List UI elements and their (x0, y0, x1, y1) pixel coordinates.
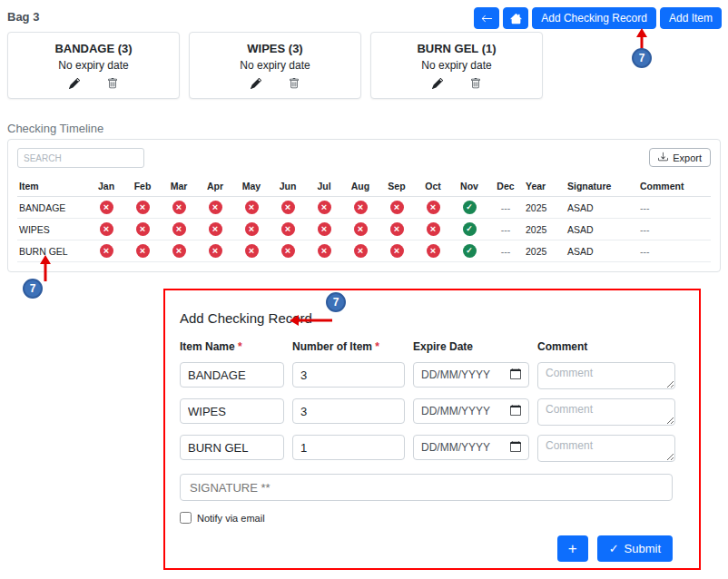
item-quantity-input[interactable] (292, 362, 405, 388)
month-status-icon (318, 222, 331, 236)
col-signature: Signature (566, 176, 638, 197)
add-checking-record-form: Add Checking Record Item Name * Number o… (163, 289, 701, 570)
timeline-table: Item Jan Feb Mar Apr May Jun Jul Aug Sep… (17, 176, 711, 262)
dec-cell: --- (487, 219, 524, 240)
col-aug: Aug (342, 176, 379, 197)
comment-cell: --- (638, 240, 711, 262)
expire-date-input[interactable]: DD/MM/YYYY (413, 435, 529, 460)
month-status-icon (172, 222, 186, 236)
annotation-arrow-left-form-title (289, 313, 332, 328)
item-cards: BANDAGE (3) No expiry date WIPES (3) No … (7, 32, 543, 99)
signature-cell: ASAD (566, 240, 638, 262)
month-status-icon (245, 244, 259, 258)
submit-button[interactable]: ✓ Submit (597, 535, 673, 562)
calendar-icon (510, 405, 521, 418)
col-item: Item (17, 176, 88, 197)
annotation-badge-7-toolbar: 7 (632, 48, 652, 68)
header-expire-date: Expire Date (413, 340, 529, 353)
month-status-icon (427, 244, 440, 258)
month-status-icon (209, 201, 222, 214)
month-status-icon (318, 244, 331, 258)
annotation-badge-7-table: 7 (23, 279, 43, 299)
item-quantity-input[interactable] (292, 435, 405, 460)
delete-trash-icon[interactable] (107, 78, 118, 89)
toolbar: Add Checking Record Add Item (474, 7, 722, 29)
export-label: Export (673, 152, 702, 163)
month-status-icon (245, 201, 259, 214)
item-quantity-input[interactable] (292, 398, 405, 424)
header-number-of-item: Number of Item * (292, 340, 405, 353)
item-name-input[interactable] (180, 362, 284, 388)
col-oct: Oct (415, 176, 451, 197)
year-cell: 2025 (524, 240, 566, 262)
month-status-icon (463, 201, 477, 214)
add-row-button[interactable]: + (557, 535, 588, 562)
item-card-title: BURN GEL (1) (371, 42, 542, 55)
col-apr: Apr (197, 176, 233, 197)
expire-date-input[interactable]: DD/MM/YYYY (413, 362, 529, 388)
month-status-icon (172, 244, 186, 258)
item-name-input[interactable] (180, 398, 284, 424)
col-year: Year (524, 176, 566, 197)
edit-pencil-icon[interactable] (432, 78, 443, 89)
month-status-icon (281, 244, 295, 258)
delete-trash-icon[interactable] (470, 78, 481, 89)
month-status-icon (427, 201, 440, 214)
table-row: BURN GEL --- 2025 ASAD --- (17, 240, 711, 262)
calendar-icon (510, 368, 521, 382)
download-icon (658, 152, 668, 163)
col-mar: Mar (161, 176, 197, 197)
comment-textarea[interactable] (537, 398, 675, 426)
notify-email-checkbox[interactable] (180, 512, 192, 524)
month-status-icon (318, 201, 331, 214)
annotation-arrow-up-toolbar (635, 27, 649, 49)
month-status-icon (427, 222, 440, 236)
checking-timeline-panel: Export Item Jan Feb Mar Apr May Jun Jul … (7, 139, 721, 272)
item-card-title: BANDAGE (3) (8, 42, 179, 55)
month-status-icon (136, 244, 150, 258)
edit-pencil-icon[interactable] (251, 78, 261, 89)
month-status-icon (390, 244, 404, 258)
arrow-left-icon (481, 13, 493, 25)
year-cell: 2025 (524, 197, 566, 219)
header-item-name: Item Name * (180, 340, 284, 353)
table-row: BANDAGE --- 2025 ASAD --- (17, 197, 711, 219)
form-title: Add Checking Record (180, 310, 684, 326)
month-status-icon (136, 222, 150, 236)
app-root: Bag 3 Add Checking Record Add Item BANDA… (0, 0, 728, 579)
item-name-input[interactable] (180, 435, 284, 460)
month-status-icon (463, 222, 477, 236)
month-status-icon (245, 222, 259, 236)
month-status-icon (354, 201, 368, 214)
add-checking-record-button[interactable]: Add Checking Record (532, 7, 656, 29)
item-card-title: WIPES (3) (190, 42, 360, 55)
add-item-button[interactable]: Add Item (660, 7, 722, 29)
comment-cell: --- (638, 219, 711, 240)
expire-date-input[interactable]: DD/MM/YYYY (413, 398, 529, 424)
back-button[interactable] (474, 7, 499, 29)
month-status-icon (172, 201, 186, 214)
col-jun: Jun (270, 176, 306, 197)
month-status-icon (354, 222, 368, 236)
item-card-bandage: BANDAGE (3) No expiry date (7, 32, 180, 99)
edit-pencil-icon[interactable] (69, 78, 80, 89)
home-button[interactable] (503, 7, 528, 29)
signature-cell: ASAD (566, 197, 638, 219)
month-status-icon (281, 201, 295, 214)
comment-textarea[interactable] (537, 362, 675, 389)
month-status-icon (209, 222, 222, 236)
dec-cell: --- (487, 197, 524, 219)
submit-label: Submit (625, 542, 661, 555)
delete-trash-icon[interactable] (289, 78, 300, 89)
export-button[interactable]: Export (649, 148, 711, 167)
col-comment: Comment (638, 176, 711, 197)
signature-input[interactable] (180, 474, 673, 501)
annotation-arrow-up-table (38, 254, 53, 281)
calendar-icon (510, 441, 521, 455)
search-input[interactable] (17, 148, 144, 168)
comment-textarea[interactable] (537, 435, 675, 462)
item-card-wipes: WIPES (3) No expiry date (189, 32, 361, 99)
item-name-cell: BANDAGE (17, 197, 88, 219)
col-jan: Jan (88, 176, 124, 197)
annotation-badge-7-form: 7 (326, 292, 346, 312)
